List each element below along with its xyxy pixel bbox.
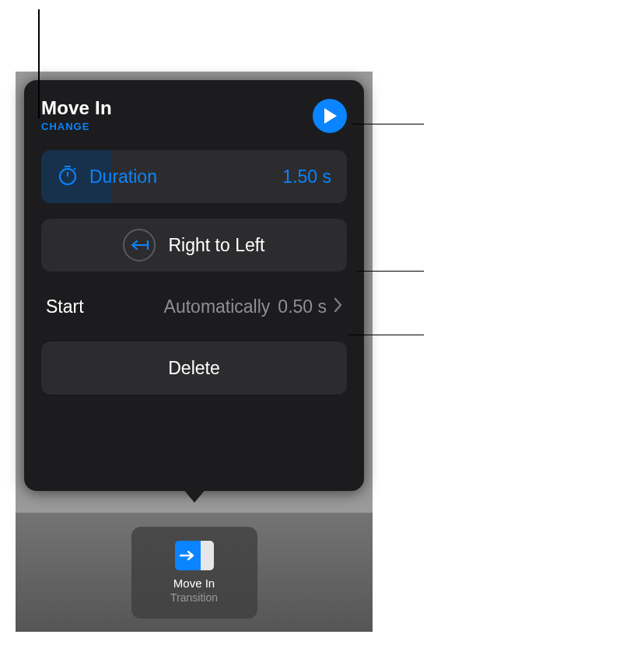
delete-label: Delete <box>168 358 219 379</box>
chip-name: Move In <box>173 577 215 590</box>
popover-arrow <box>183 489 206 503</box>
svg-marker-0 <box>324 108 337 124</box>
transition-name: Move In <box>41 97 112 119</box>
start-value-control[interactable]: Automatically 0.50 s <box>164 296 342 317</box>
transition-settings-popover: Move In CHANGE Du <box>24 80 364 491</box>
start-delay: 0.50 s <box>278 296 327 317</box>
duration-label: Duration <box>89 167 157 188</box>
timer-icon <box>57 164 79 189</box>
callout-line <box>38 9 39 10</box>
preview-play-button[interactable] <box>313 99 347 133</box>
start-label: Start <box>46 296 84 317</box>
direction-label: Right to Left <box>168 235 264 256</box>
start-row[interactable]: Start Automatically 0.50 s <box>41 287 347 326</box>
transition-chip[interactable]: Move In Transition <box>131 527 257 619</box>
start-mode: Automatically <box>164 296 271 317</box>
svg-line-4 <box>74 168 75 170</box>
direction-row[interactable]: Right to Left <box>41 219 347 272</box>
callout-line <box>348 335 424 335</box>
slide-thumbnail-strip: Move In Transition <box>16 513 373 632</box>
chip-subtitle: Transition <box>170 591 218 604</box>
duration-value: 1.50 s <box>282 167 331 188</box>
delete-button[interactable]: Delete <box>41 342 347 394</box>
move-in-icon <box>175 541 214 570</box>
title-block: Move In CHANGE <box>41 97 112 132</box>
chevron-right-icon <box>334 298 342 315</box>
callout-line <box>352 124 424 124</box>
direction-icon <box>123 229 156 261</box>
callout-line <box>357 271 424 272</box>
change-transition-link[interactable]: CHANGE <box>41 121 112 132</box>
duration-slider-row[interactable]: Duration 1.50 s <box>41 150 347 203</box>
editor-canvas: Move In CHANGE Du <box>16 72 373 632</box>
play-icon <box>324 108 338 124</box>
popover-header: Move In CHANGE <box>41 97 347 133</box>
